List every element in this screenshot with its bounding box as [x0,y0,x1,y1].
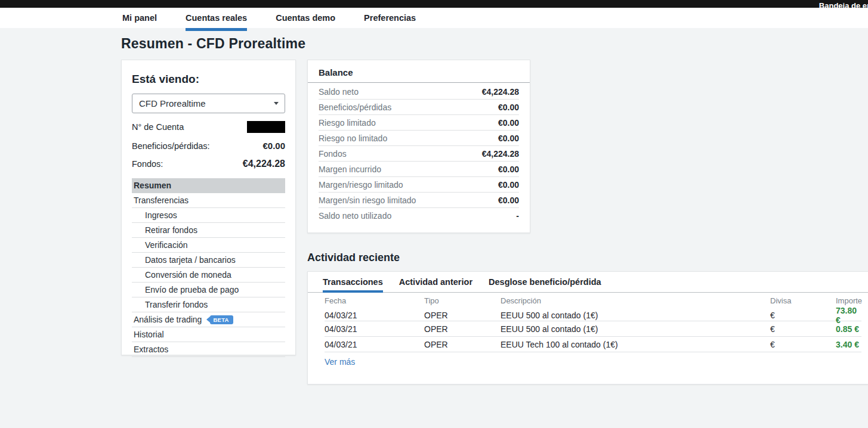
tab-actividad-anterior[interactable]: Actividad anterior [399,272,472,292]
tab-desglose-beneficio[interactable]: Desglose beneficio/pérdida [489,272,601,292]
balance-panel: Balance Saldo neto €4,224.28 Beneficios/… [307,60,530,233]
balance-row-fondos: Fondos €4,224.28 [319,146,519,162]
balance-rows: Saldo neto €4,224.28 Beneficios/pérdidas… [308,83,530,224]
balance-row-saldo-neto: Saldo neto €4,224.28 [319,84,519,100]
account-menu: Resumen Transferencias Ingresos Retirar … [132,178,285,357]
col-header-divisa: Divisa [770,296,836,305]
transactions-table: Fecha Tipo Descripción Divisa Importe 04… [308,293,868,352]
balance-row-margen-sin-riesgo: Margen/sin riesgo limitado €0.00 [319,193,519,208]
cell-tipo: OPER [424,311,501,320]
balance-row-value: €0.00 [498,165,519,174]
profit-loss-label: Beneficios/pérdidas: [132,141,210,151]
menu-item-ingresos[interactable]: Ingresos [132,208,285,223]
nav-tabs: Mi panel Cuentas reales Cuentas demo Pre… [122,8,444,28]
balance-row-label: Riesgo limitado [319,118,376,128]
funds-field: Fondos: €4,224.28 [132,159,285,169]
menu-item-analisis-trading[interactable]: Análisis de trading BETA [132,312,285,327]
menu-item-retirar-fondos[interactable]: Retirar fondos [132,223,285,238]
viewing-heading: Está viendo: [132,73,285,86]
menu-item-transferir-fondos[interactable]: Transferir fondos [132,297,285,312]
table-row: 04/03/21 OPER EEUU Tech 100 al contado (… [325,337,861,352]
balance-row-riesgo-limitado: Riesgo limitado €0.00 [319,115,519,131]
top-system-bar: Bandeja de en [0,0,868,8]
balance-row-beneficios: Beneficios/pérdidas €0.00 [319,100,519,115]
balance-row-value: €0.00 [498,118,519,128]
nav-tab-cuentas-demo[interactable]: Cuentas demo [276,8,335,28]
menu-item-envio-prueba-pago[interactable]: Envío de prueba de pago [132,283,285,297]
main-nav: Mi panel Cuentas reales Cuentas demo Pre… [0,8,868,28]
balance-row-label: Saldo neto [319,87,359,97]
balance-row-label: Margen/sin riesgo limitado [319,196,416,205]
balance-row-label: Fondos [319,149,347,159]
menu-item-extractos[interactable]: Extractos [132,342,285,357]
balance-row-value: €4,224.28 [482,87,519,97]
nav-tab-preferencias[interactable]: Preferencias [364,8,416,28]
table-row: 04/03/21 OPER EEUU 500 al contado (1€) €… [325,306,861,321]
inbox-link[interactable]: Bandeja de en [819,1,868,8]
menu-item-conversion-moneda[interactable]: Conversión de moneda [132,268,285,283]
activity-tabs: Transacciones Actividad anterior Desglos… [308,272,868,293]
profit-loss-field: Beneficios/pérdidas: €0.00 [132,141,285,151]
activity-heading: Actividad reciente [307,252,400,264]
account-number-redacted [247,121,285,133]
nav-tab-mi-panel[interactable]: Mi panel [122,8,157,28]
beta-badge: BETA [210,315,233,324]
transactions-header: Fecha Tipo Descripción Divisa Importe [325,293,861,306]
menu-item-analisis-label: Análisis de trading [134,315,202,324]
balance-row-margen-riesgo-limitado: Margen/riesgo limitado €0.00 [319,177,519,193]
balance-row-label: Margen incurrido [319,165,381,174]
balance-row-riesgo-no-limitado: Riesgo no limitado €0.00 [319,131,519,146]
menu-item-verificacion[interactable]: Verificación [132,238,285,253]
account-number-field: N° de Cuenta [132,121,285,133]
tab-transacciones[interactable]: Transacciones [323,272,383,292]
col-header-tipo: Tipo [424,296,501,305]
cell-descripcion: EEUU 500 al contado (1€) [501,324,770,334]
balance-row-value: €0.00 [498,196,519,205]
balance-row-margen-incurrido: Margen incurrido €0.00 [319,162,519,177]
ver-mas-link[interactable]: Ver más [325,357,355,367]
cell-descripcion: EEUU Tech 100 al contado (1€) [501,340,770,349]
account-panel: Está viendo: CFD Prorealtime N° de Cuent… [121,60,296,355]
profit-loss-value: €0.00 [262,141,285,151]
funds-label: Fondos: [132,159,163,169]
balance-row-value: - [516,211,519,221]
col-header-descripcion: Descripción [501,296,770,305]
table-row: 04/03/21 OPER EEUU 500 al contado (1€) €… [325,321,861,337]
cell-divisa: € [770,324,836,334]
col-header-importe: Importe [836,296,862,305]
cell-tipo: OPER [424,340,501,349]
cell-fecha: 04/03/21 [325,311,424,320]
activity-panel: Transacciones Actividad anterior Desglos… [307,271,868,384]
cell-importe: 73.80 € [836,306,861,325]
cell-fecha: 04/03/21 [325,340,424,349]
menu-item-datos-tarjeta[interactable]: Datos tarjeta / bancarios [132,253,285,268]
balance-title: Balance [308,60,530,83]
cell-importe: 0.85 € [836,324,861,334]
menu-item-transferencias[interactable]: Transferencias [132,193,285,208]
cell-descripcion: EEUU 500 al contado (1€) [501,311,770,320]
balance-row-value: €0.00 [498,103,519,112]
cell-tipo: OPER [424,324,501,334]
page-title: Resumen - CFD Prorealtime [121,36,305,52]
nav-tab-cuentas-reales[interactable]: Cuentas reales [186,8,247,28]
balance-row-value: €0.00 [498,134,519,143]
cell-fecha: 04/03/21 [325,324,424,334]
menu-item-historial[interactable]: Historial [132,327,285,342]
col-header-fecha: Fecha [325,296,424,305]
menu-item-resumen[interactable]: Resumen [132,178,285,193]
balance-row-label: Margen/riesgo limitado [319,180,403,190]
balance-row-value: €0.00 [498,180,519,190]
cell-divisa: € [770,340,836,349]
account-select-value: CFD Prorealtime [139,98,206,108]
account-number-label: N° de Cuenta [132,122,184,132]
funds-value: €4,224.28 [243,159,285,169]
cell-divisa: € [770,311,836,320]
balance-row-label: Riesgo no limitado [319,134,387,143]
balance-row-saldo-neto-utilizado: Saldo neto utilizado - [319,208,519,224]
balance-row-label: Saldo neto utilizado [319,211,391,221]
cell-importe: 3.40 € [836,340,861,349]
account-select[interactable]: CFD Prorealtime [132,94,285,113]
balance-row-value: €4,224.28 [482,149,519,159]
balance-row-label: Beneficios/pérdidas [319,103,391,112]
chevron-down-icon [274,102,279,105]
